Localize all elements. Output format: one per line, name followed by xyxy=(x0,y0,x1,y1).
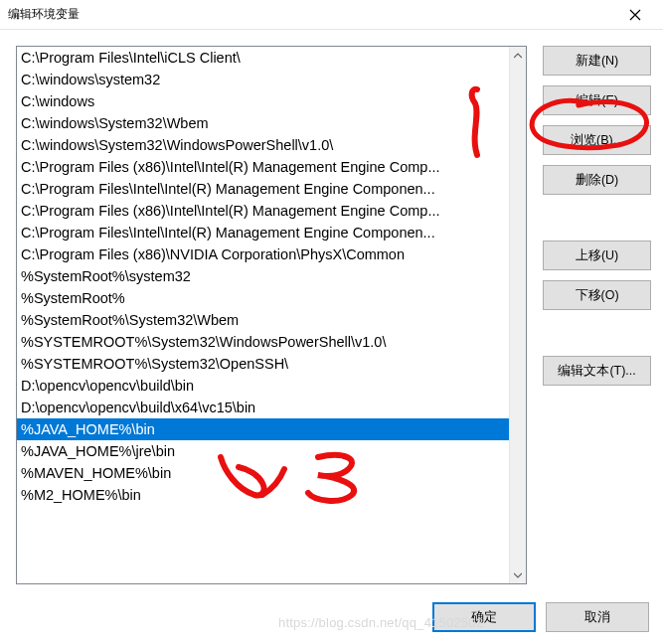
ok-button[interactable]: 确定 xyxy=(432,602,536,632)
list-item[interactable]: %JAVA_HOME%\jre\bin xyxy=(17,440,509,462)
move-up-button[interactable]: 上移(U) xyxy=(543,241,651,270)
list-item[interactable]: C:\windows xyxy=(17,90,509,112)
delete-button[interactable]: 删除(D) xyxy=(543,165,651,195)
list-item[interactable]: C:\Program Files (x86)\Intel\Intel(R) Ma… xyxy=(17,156,509,178)
list-item[interactable]: C:\Program Files\Intel\Intel(R) Manageme… xyxy=(17,178,509,200)
scrollbar[interactable] xyxy=(509,47,526,583)
list-item[interactable]: C:\windows\System32\WindowsPowerShell\v1… xyxy=(17,134,509,156)
dialog-footer: 确定 取消 xyxy=(432,602,649,632)
edit-text-button[interactable]: 编辑文本(T)... xyxy=(543,356,651,386)
close-button[interactable] xyxy=(615,0,655,30)
list-item[interactable]: %SYSTEMROOT%\System32\WindowsPowerShell\… xyxy=(17,331,509,353)
chevron-up-icon xyxy=(514,53,522,59)
list-item[interactable]: %SystemRoot%\System32\Wbem xyxy=(17,309,509,331)
chevron-down-icon xyxy=(514,572,522,578)
spacer xyxy=(543,205,651,231)
list-item[interactable]: D:\opencv\opencv\build\x64\vc15\bin xyxy=(17,397,509,418)
close-icon xyxy=(629,9,641,21)
list-item[interactable]: %JAVA_HOME%\bin xyxy=(17,418,509,440)
list-item[interactable]: C:\Program Files\Intel\iCLS Client\ xyxy=(17,47,509,69)
list-item[interactable]: C:\Program Files (x86)\NVIDIA Corporatio… xyxy=(17,243,509,265)
titlebar: 编辑环境变量 xyxy=(0,0,663,30)
dialog-content: C:\Program Files\Intel\iCLS Client\C:\wi… xyxy=(0,30,663,584)
new-button[interactable]: 新建(N) xyxy=(543,46,651,76)
list-item[interactable]: C:\Program Files\Intel\Intel(R) Manageme… xyxy=(17,222,509,243)
scroll-up-button[interactable] xyxy=(510,47,526,64)
edit-button[interactable]: 编辑(E) xyxy=(543,85,651,115)
list-item[interactable]: C:\Program Files (x86)\Intel\Intel(R) Ma… xyxy=(17,200,509,222)
list-item[interactable]: %SystemRoot%\system32 xyxy=(17,265,509,287)
move-down-button[interactable]: 下移(O) xyxy=(543,280,651,310)
list-item[interactable]: C:\windows\system32 xyxy=(17,69,509,90)
path-list-container: C:\Program Files\Intel\iCLS Client\C:\wi… xyxy=(16,46,527,584)
list-item[interactable]: D:\opencv\opencv\build\bin xyxy=(17,375,509,397)
path-list[interactable]: C:\Program Files\Intel\iCLS Client\C:\wi… xyxy=(17,47,509,583)
browse-button[interactable]: 浏览(B)... xyxy=(543,125,651,155)
list-item[interactable]: %SystemRoot% xyxy=(17,287,509,309)
button-column: 新建(N) 编辑(E) 浏览(B)... 删除(D) 上移(U) 下移(O) 编… xyxy=(543,46,651,584)
cancel-button[interactable]: 取消 xyxy=(546,602,649,632)
list-item[interactable]: C:\windows\System32\Wbem xyxy=(17,112,509,134)
window-title: 编辑环境变量 xyxy=(8,6,80,23)
scroll-down-button[interactable] xyxy=(510,566,526,583)
list-item[interactable]: %MAVEN_HOME%\bin xyxy=(17,462,509,484)
scroll-track[interactable] xyxy=(510,64,526,566)
list-item[interactable]: %SYSTEMROOT%\System32\OpenSSH\ xyxy=(17,353,509,375)
spacer xyxy=(543,320,651,346)
list-item[interactable]: %M2_HOME%\bin xyxy=(17,484,509,506)
